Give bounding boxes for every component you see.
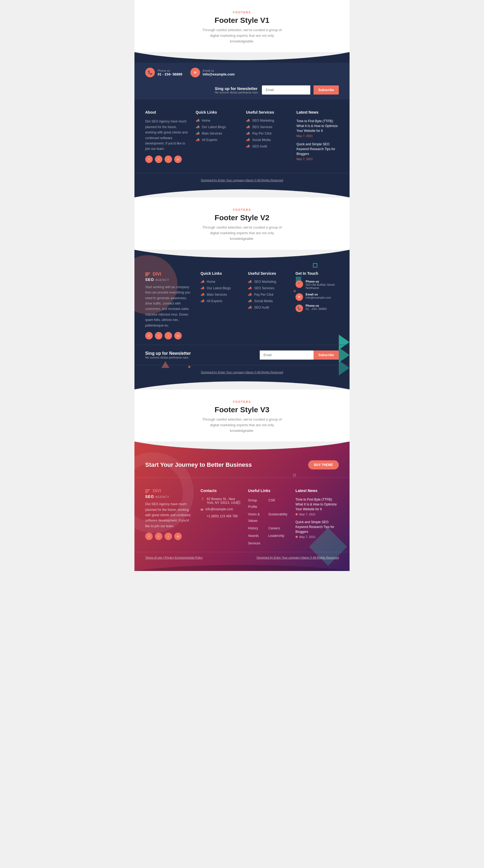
v3-news-title-2[interactable]: Quick and Simple SEO Keyword Research Ti… [295, 520, 339, 534]
phone-icon: 📞 [295, 305, 303, 312]
list-item[interactable]: Leadership [268, 533, 287, 539]
v1-nl-title: Sing up for Newsletter [215, 86, 259, 91]
v3-news-title-1[interactable]: Time to First Byte (TTFB): What It Is & … [295, 497, 339, 512]
v2-copyright-link[interactable]: Designed by Enter Your company Name © Al… [201, 371, 283, 374]
v1-about-title: About [145, 110, 188, 115]
wave-top-v1 [135, 52, 349, 63]
list-item[interactable]: Awards [248, 533, 264, 539]
v3-latest-news-col: Latest News Time to First Byte (TTFB): W… [295, 489, 339, 547]
v2-desc: Through careful selection, we've curated… [202, 225, 282, 242]
v2-useful-services-col: Useful Services 📣SEO Marketing 📣SEO Serv… [248, 271, 287, 339]
v1-subscribe-button[interactable]: Subscribe [314, 85, 339, 95]
list-item[interactable]: CSR [268, 497, 287, 510]
news-dot-icon [295, 536, 298, 538]
v1-email-label: Email us [203, 69, 235, 72]
list-item[interactable]: Group Profile [248, 497, 264, 510]
v2-email-input[interactable] [260, 350, 314, 360]
v2-nl-title: Sing up for Newsletter [145, 351, 191, 356]
v3-about-text: Divi SEO Agency have much planned for th… [145, 501, 193, 529]
email-icon: ✉ [190, 68, 200, 78]
v2-subscribe-button[interactable]: Subscribe [314, 350, 339, 360]
v3-phone-item: 📞 +1 (800) 123 456 789 [201, 514, 240, 519]
phone-icon: 📞 [145, 68, 155, 78]
v2-about-col: DIVI SEO AGENCY Start working with an co… [145, 271, 193, 339]
v1-email-input[interactable] [262, 85, 310, 95]
v3-news-item-2: Quick and Simple SEO Keyword Research Ti… [295, 520, 339, 538]
v2-section-label: FOOTERS [140, 208, 344, 211]
v1-linkedin-icon[interactable]: in [174, 155, 182, 163]
list-item[interactable]: 📣Main Services [196, 132, 238, 135]
v1-instagram-icon[interactable]: i [165, 155, 172, 163]
list-item[interactable]: 📣Main Services [201, 293, 240, 297]
v1-news-title-1[interactable]: Time to First Byte (TTFB): What It Is & … [296, 119, 339, 133]
megaphone-icon: 📣 [246, 132, 250, 135]
v2-twitter-icon[interactable]: t [155, 332, 163, 339]
list-item[interactable]: 📣SEO Services [248, 286, 287, 290]
footer-v2: DIVI SEO AGENCY Start working with an co… [135, 250, 349, 390]
v2-quick-links-list: 📣Home 📣Our Latest Blogs 📣Main Services 📣… [201, 280, 240, 303]
v2-newsletter-bar: Sing up for Newsletter Ne summo dictas p… [135, 345, 349, 365]
wave-bottom-v2 [135, 379, 349, 390]
v3-facebook-icon[interactable]: f [145, 533, 153, 540]
v3-buy-button[interactable]: BUY THEME [308, 460, 339, 469]
list-item[interactable]: Sustainability [268, 511, 287, 524]
v1-news-title-2[interactable]: Quick and Simple SEO Keyword Research Ti… [296, 142, 339, 156]
v3-social-icons: f t i in [145, 533, 193, 540]
v1-desc: Through careful selection, we've curated… [202, 27, 282, 44]
list-item[interactable]: History [248, 525, 264, 531]
list-item[interactable]: 📣Our Latest Blogs [196, 125, 238, 129]
megaphone-icon: 📣 [196, 138, 200, 142]
v2-git-email: ✉ Email us info@example.com [295, 293, 339, 301]
list-item[interactable]: 📣SEO Audit [248, 306, 287, 309]
list-item[interactable]: 📣SEO Marketing [248, 280, 287, 284]
v1-topbar: 📞 Phone us 01 - 234- 56889 ✉ Email us in… [135, 63, 349, 99]
email-icon: ✉ [295, 293, 303, 301]
list-item[interactable]: 📣All Experts [196, 138, 238, 142]
wave-top-v2 [135, 250, 349, 260]
v3-linkedin-icon[interactable]: in [174, 533, 182, 540]
v3-instagram-icon[interactable]: i [165, 533, 172, 540]
list-item[interactable]: 📣Social Media [248, 299, 287, 303]
v2-instagram-icon[interactable]: i [165, 332, 172, 339]
v3-copyright-link[interactable]: Designed by Enter Your company Name © Al… [257, 556, 339, 559]
v1-phone-label: Phone us [158, 69, 182, 72]
v3-terms-link[interactable]: Terms of use | Privacy Environmental Pol… [145, 556, 203, 559]
v1-facebook-icon[interactable]: f [145, 155, 153, 163]
v2-useful-services-title: Useful Services [248, 271, 287, 276]
v2-nl-form: Subscribe [260, 350, 339, 360]
v1-about-col: About Divi SEO Agency have much planned … [145, 110, 188, 165]
megaphone-icon: 📣 [201, 286, 205, 290]
list-item[interactable]: Services [248, 540, 264, 547]
phone-icon: 📞 [201, 515, 205, 519]
v3-useful-links-title: Useful Links [248, 489, 287, 493]
v3-contact-email[interactable]: info@example.com [205, 507, 233, 511]
v2-nl-sub: Ne summo dictas pertinacia nam. [145, 356, 191, 359]
list-item[interactable]: 📣Pay Per Click [248, 293, 287, 297]
location-icon: 📍 [295, 280, 303, 288]
v2-facebook-icon[interactable]: f [145, 332, 153, 339]
v1-section-label: FOOTERS [140, 11, 344, 14]
list-item[interactable]: Vision & Values [248, 511, 264, 524]
list-item[interactable]: 📣SEO Marketing [246, 119, 288, 122]
v1-copyright-link[interactable]: Designed by Enter Your company Name © Al… [201, 179, 283, 182]
list-item[interactable]: 📣All Experts [201, 299, 240, 303]
v3-twitter-icon[interactable]: t [155, 533, 163, 540]
megaphone-icon: 📣 [246, 119, 250, 122]
v3-useful-links-grid: Group Profile CSR Vision & Values Sustai… [248, 497, 287, 547]
v1-email-item: ✉ Email us info@example.com [190, 68, 235, 78]
v2-linkedin-icon[interactable]: in [174, 332, 182, 339]
v1-twitter-icon[interactable]: t [155, 155, 163, 163]
list-item[interactable]: 📣Pay Per Click [246, 132, 288, 135]
megaphone-icon: 📣 [248, 280, 252, 284]
list-item[interactable]: 📣SEO Audit [246, 145, 288, 148]
v3-news-item-1: Time to First Byte (TTFB): What It Is & … [295, 497, 339, 516]
list-item[interactable]: 📣Our Latest Blogs [201, 286, 240, 290]
v2-git-title: Get In Touch [295, 271, 339, 276]
list-item[interactable]: 📣Home [201, 280, 240, 284]
v3-contact-phone: +1 (800) 123 456 789 [207, 514, 238, 518]
list-item[interactable]: 📣SEO Services [246, 125, 288, 129]
list-item[interactable]: 📣Home [196, 119, 238, 122]
list-item[interactable]: 📣Social Media [246, 138, 288, 142]
list-item[interactable]: Careers [268, 525, 287, 531]
v1-useful-services-list: 📣SEO Marketing 📣SEO Services 📣Pay Per Cl… [246, 119, 288, 148]
